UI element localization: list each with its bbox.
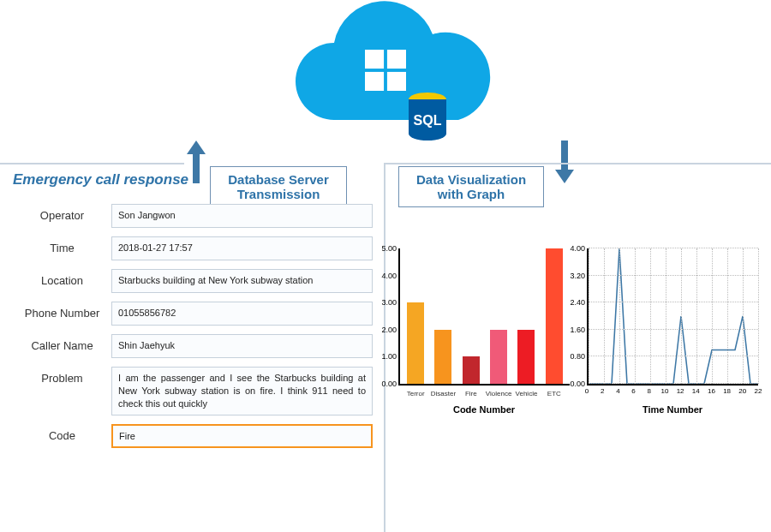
form-row-time: Time 2018-01-27 17:57 (13, 236, 373, 260)
sql-db-icon: SQL (406, 93, 449, 149)
form-row-phone: Phone Number 01055856782 (13, 302, 373, 326)
svg-text:SQL: SQL (413, 113, 441, 128)
location-label: Location (13, 269, 111, 287)
line-chart-title: Time Number (587, 404, 758, 415)
divider (386, 163, 771, 164)
form-row-location: Location Starbucks building at New York … (13, 269, 373, 293)
bar-chart-title: Code Number (398, 404, 570, 415)
bar-violence: Violence (490, 248, 507, 384)
phone-field[interactable]: 01055856782 (111, 302, 373, 326)
svg-rect-0 (365, 50, 384, 69)
form-row-problem: Problem I am the passenger and I see the… (13, 367, 373, 415)
azure-brand-text: Azure (322, 114, 398, 145)
form-row-operator: Operator Son Jangwon (13, 204, 373, 228)
bar-disaster: Disaster (434, 248, 451, 384)
label-line: Data Visualization (409, 172, 533, 187)
emergency-form-panel: Emergency call response Operator Son Jan… (13, 171, 373, 457)
problem-label: Problem (13, 367, 111, 385)
operator-field[interactable]: Son Jangwon (111, 204, 373, 228)
code-label: Code (13, 424, 111, 442)
caller-label: Caller Name (13, 334, 111, 352)
bar-terror: Terror (407, 248, 424, 384)
bar-etc: ETC (546, 248, 563, 384)
form-row-code: Code Fire (13, 424, 373, 449)
divider (0, 163, 184, 164)
location-field[interactable]: Starbucks building at New York subway st… (111, 269, 373, 293)
azure-cloud: Azure SQL (266, 0, 505, 149)
bar-vehicle: Vehicle (517, 248, 535, 384)
line-chart: 0.000.801.602.403.204.00 024681012141618… (587, 248, 758, 415)
form-title: Emergency call response (13, 171, 373, 188)
operator-label: Operator (13, 204, 111, 222)
data-viz-label: Data Visualization with Graph (398, 166, 544, 207)
label-line: with Graph (409, 187, 533, 201)
chart-panel: 0.001.002.003.004.005.00 TerrorDisasterF… (398, 248, 758, 415)
bar-chart: 0.001.002.003.004.005.00 TerrorDisasterF… (398, 248, 570, 415)
form-row-caller: Caller Name Shin Jaehyuk (13, 334, 373, 358)
caller-field[interactable]: Shin Jaehyuk (111, 334, 373, 358)
problem-field[interactable]: I am the passenger and I see the Starbuc… (111, 367, 373, 415)
windows-logo-icon (365, 50, 406, 91)
phone-label: Phone Number (13, 302, 111, 320)
time-field[interactable]: 2018-01-27 17:57 (111, 236, 373, 260)
bar-fire: Fire (463, 248, 480, 384)
time-label: Time (13, 236, 111, 254)
code-field[interactable]: Fire (111, 424, 373, 449)
svg-rect-1 (387, 50, 406, 69)
